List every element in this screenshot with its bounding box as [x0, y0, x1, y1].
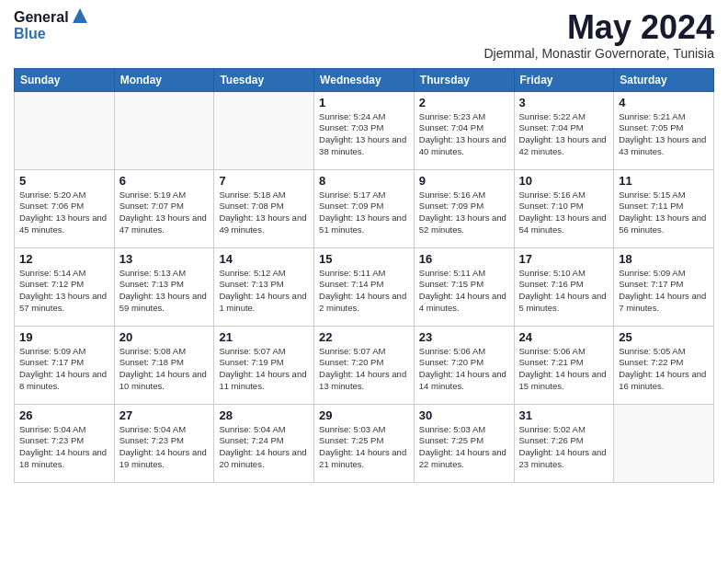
logo-general: General [14, 9, 69, 26]
day-number: 26 [19, 408, 109, 422]
day-info: Sunrise: 5:07 AM Sunset: 7:19 PM Dayligh… [219, 346, 309, 393]
table-row: 8Sunrise: 5:17 AM Sunset: 7:09 PM Daylig… [314, 169, 415, 247]
day-info: Sunrise: 5:17 AM Sunset: 7:09 PM Dayligh… [319, 190, 409, 236]
day-number: 25 [619, 330, 709, 344]
week-row-4: 26Sunrise: 5:04 AM Sunset: 7:23 PM Dayli… [15, 404, 714, 482]
day-info: Sunrise: 5:16 AM Sunset: 7:09 PM Dayligh… [419, 190, 509, 236]
table-row: 27Sunrise: 5:04 AM Sunset: 7:23 PM Dayli… [114, 404, 214, 482]
day-info: Sunrise: 5:11 AM Sunset: 7:14 PM Dayligh… [319, 268, 409, 315]
table-row: 6Sunrise: 5:19 AM Sunset: 7:07 PM Daylig… [114, 169, 214, 247]
day-number: 31 [519, 408, 609, 422]
day-info: Sunrise: 5:10 AM Sunset: 7:16 PM Dayligh… [519, 268, 609, 315]
day-number: 23 [419, 330, 509, 344]
day-info: Sunrise: 5:06 AM Sunset: 7:21 PM Dayligh… [519, 346, 609, 393]
table-row: 3Sunrise: 5:22 AM Sunset: 7:04 PM Daylig… [514, 91, 614, 169]
weekday-header-row: Sunday Monday Tuesday Wednesday Thursday… [15, 68, 714, 91]
table-row: 30Sunrise: 5:03 AM Sunset: 7:25 PM Dayli… [414, 404, 514, 482]
day-number: 15 [319, 252, 409, 266]
table-row: 14Sunrise: 5:12 AM Sunset: 7:13 PM Dayli… [214, 247, 314, 326]
week-row-2: 12Sunrise: 5:14 AM Sunset: 7:12 PM Dayli… [15, 247, 714, 326]
day-info: Sunrise: 5:09 AM Sunset: 7:17 PM Dayligh… [19, 346, 109, 393]
logo-blue: Blue [14, 26, 89, 42]
day-number: 5 [19, 174, 109, 188]
table-row: 28Sunrise: 5:04 AM Sunset: 7:24 PM Dayli… [214, 404, 314, 482]
page: General Blue May 2024 Djemmal, Monastir … [0, 0, 728, 563]
table-row: 29Sunrise: 5:03 AM Sunset: 7:25 PM Dayli… [314, 404, 415, 482]
table-row: 10Sunrise: 5:16 AM Sunset: 7:10 PM Dayli… [514, 169, 614, 247]
logo-text: General Blue [14, 9, 89, 41]
day-number: 22 [319, 330, 409, 344]
svg-marker-0 [73, 8, 87, 23]
header-sunday: Sunday [15, 68, 115, 91]
day-number: 11 [619, 174, 709, 188]
table-row: 11Sunrise: 5:15 AM Sunset: 7:11 PM Dayli… [614, 169, 714, 247]
day-info: Sunrise: 5:04 AM Sunset: 7:23 PM Dayligh… [119, 424, 210, 471]
table-row [114, 91, 214, 169]
table-row: 15Sunrise: 5:11 AM Sunset: 7:14 PM Dayli… [314, 247, 415, 326]
table-row [15, 91, 115, 169]
day-number: 27 [119, 408, 210, 422]
day-info: Sunrise: 5:03 AM Sunset: 7:25 PM Dayligh… [319, 424, 409, 471]
table-row: 5Sunrise: 5:20 AM Sunset: 7:06 PM Daylig… [15, 169, 115, 247]
table-row: 26Sunrise: 5:04 AM Sunset: 7:23 PM Dayli… [15, 404, 115, 482]
day-number: 8 [319, 174, 409, 188]
day-info: Sunrise: 5:09 AM Sunset: 7:17 PM Dayligh… [619, 268, 709, 315]
table-row: 22Sunrise: 5:07 AM Sunset: 7:20 PM Dayli… [314, 326, 415, 404]
table-row: 19Sunrise: 5:09 AM Sunset: 7:17 PM Dayli… [15, 326, 115, 404]
day-info: Sunrise: 5:04 AM Sunset: 7:24 PM Dayligh… [219, 424, 309, 471]
table-row [214, 91, 314, 169]
day-info: Sunrise: 5:22 AM Sunset: 7:04 PM Dayligh… [519, 111, 609, 158]
day-number: 4 [619, 96, 709, 109]
header-monday: Monday [114, 68, 214, 91]
day-info: Sunrise: 5:16 AM Sunset: 7:10 PM Dayligh… [519, 190, 609, 236]
day-number: 19 [19, 330, 109, 344]
day-info: Sunrise: 5:18 AM Sunset: 7:08 PM Dayligh… [219, 190, 309, 236]
header: General Blue May 2024 Djemmal, Monastir … [14, 9, 714, 61]
day-info: Sunrise: 5:15 AM Sunset: 7:11 PM Dayligh… [619, 190, 709, 236]
day-info: Sunrise: 5:23 AM Sunset: 7:04 PM Dayligh… [419, 111, 509, 158]
week-row-1: 5Sunrise: 5:20 AM Sunset: 7:06 PM Daylig… [15, 169, 714, 247]
header-thursday: Thursday [414, 68, 514, 91]
day-number: 16 [419, 252, 509, 266]
day-number: 1 [319, 96, 409, 109]
day-info: Sunrise: 5:06 AM Sunset: 7:20 PM Dayligh… [419, 346, 509, 393]
day-number: 7 [219, 174, 309, 188]
day-info: Sunrise: 5:03 AM Sunset: 7:25 PM Dayligh… [419, 424, 509, 471]
day-info: Sunrise: 5:19 AM Sunset: 7:07 PM Dayligh… [119, 190, 210, 236]
table-row [614, 404, 714, 482]
day-number: 28 [219, 408, 309, 422]
week-row-0: 1Sunrise: 5:24 AM Sunset: 7:03 PM Daylig… [15, 91, 714, 169]
day-info: Sunrise: 5:07 AM Sunset: 7:20 PM Dayligh… [319, 346, 409, 393]
day-number: 10 [519, 174, 609, 188]
day-number: 29 [319, 408, 409, 422]
day-number: 6 [119, 174, 210, 188]
table-row: 17Sunrise: 5:10 AM Sunset: 7:16 PM Dayli… [514, 247, 614, 326]
table-row: 23Sunrise: 5:06 AM Sunset: 7:20 PM Dayli… [414, 326, 514, 404]
location: Djemmal, Monastir Governorate, Tunisia [483, 46, 714, 61]
day-info: Sunrise: 5:20 AM Sunset: 7:06 PM Dayligh… [19, 190, 109, 236]
day-info: Sunrise: 5:11 AM Sunset: 7:15 PM Dayligh… [419, 268, 509, 315]
day-number: 2 [419, 96, 509, 109]
day-info: Sunrise: 5:21 AM Sunset: 7:05 PM Dayligh… [619, 111, 709, 158]
table-row: 13Sunrise: 5:13 AM Sunset: 7:13 PM Dayli… [114, 247, 214, 326]
day-info: Sunrise: 5:05 AM Sunset: 7:22 PM Dayligh… [619, 346, 709, 393]
day-number: 18 [619, 252, 709, 266]
day-number: 14 [219, 252, 309, 266]
day-number: 17 [519, 252, 609, 266]
table-row: 21Sunrise: 5:07 AM Sunset: 7:19 PM Dayli… [214, 326, 314, 404]
header-wednesday: Wednesday [314, 68, 415, 91]
table-row: 31Sunrise: 5:02 AM Sunset: 7:26 PM Dayli… [514, 404, 614, 482]
table-row: 25Sunrise: 5:05 AM Sunset: 7:22 PM Dayli… [614, 326, 714, 404]
table-row: 24Sunrise: 5:06 AM Sunset: 7:21 PM Dayli… [514, 326, 614, 404]
day-number: 3 [519, 96, 609, 109]
table-row: 1Sunrise: 5:24 AM Sunset: 7:03 PM Daylig… [314, 91, 415, 169]
header-saturday: Saturday [614, 68, 714, 91]
table-row: 9Sunrise: 5:16 AM Sunset: 7:09 PM Daylig… [414, 169, 514, 247]
day-number: 30 [419, 408, 509, 422]
logo-icon [71, 6, 89, 25]
day-number: 20 [119, 330, 210, 344]
table-row: 2Sunrise: 5:23 AM Sunset: 7:04 PM Daylig… [414, 91, 514, 169]
table-row: 12Sunrise: 5:14 AM Sunset: 7:12 PM Dayli… [15, 247, 115, 326]
day-info: Sunrise: 5:12 AM Sunset: 7:13 PM Dayligh… [219, 268, 309, 315]
calendar-table: Sunday Monday Tuesday Wednesday Thursday… [14, 68, 714, 483]
